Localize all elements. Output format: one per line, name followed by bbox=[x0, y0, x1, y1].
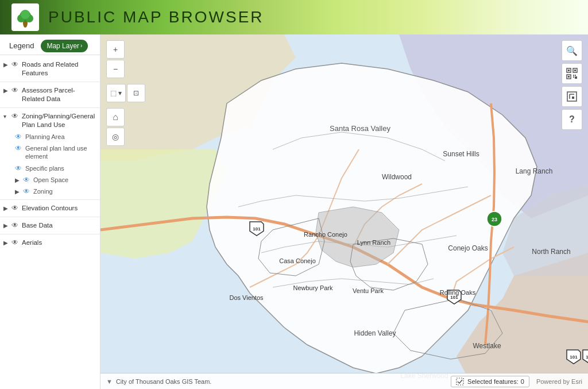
layer-item-planning-area[interactable]: 👁 Planning Area bbox=[11, 131, 100, 142]
layer-item-zoning[interactable]: ▶ 👁 Zoning bbox=[11, 186, 100, 197]
svg-text:23: 23 bbox=[492, 217, 497, 222]
layer-group-zoning-header[interactable]: ▾ 👁 Zoning/Planning/General Plan Land Us… bbox=[0, 110, 100, 131]
eye-icon[interactable]: 👁 bbox=[15, 144, 23, 152]
svg-text:101: 101 bbox=[570, 355, 578, 360]
eye-icon[interactable]: 👁 bbox=[11, 86, 20, 94]
svg-text:Rancho Conejo: Rancho Conejo bbox=[304, 231, 347, 238]
sidebar: Legend Map Layer › ▶ 👁 Roads and Related… bbox=[0, 34, 100, 389]
layer-group-roads: ▶ 👁 Roads and Related Features bbox=[0, 57, 100, 80]
expand-icon: ▶ bbox=[15, 177, 21, 183]
layer-base-data-label: Base Data bbox=[22, 221, 53, 230]
eye-icon[interactable]: 👁 bbox=[11, 112, 20, 120]
layer-open-space-label: Open Space bbox=[33, 176, 68, 184]
expand-icon: ▶ bbox=[3, 240, 9, 246]
layer-group-elevation-header[interactable]: ▶ 👁 Elevation Contours bbox=[0, 202, 100, 214]
draw-select-button[interactable]: ⬚ ▾ bbox=[106, 84, 126, 102]
eye-icon[interactable]: 👁 bbox=[11, 60, 20, 68]
layer-item-general-plan[interactable]: 👁 General plan land use element bbox=[11, 142, 100, 163]
svg-rect-52 bbox=[457, 378, 463, 385]
layer-group-base-data-header[interactable]: ▶ 👁 Base Data bbox=[0, 219, 100, 232]
layer-specific-plans-label: Specific plans bbox=[25, 164, 64, 172]
sidebar-tab-bar: Legend Map Layer › bbox=[0, 34, 100, 55]
map-attribution: City of Thousand Oaks GIS Team. bbox=[116, 378, 212, 385]
gps-button[interactable]: ◎ bbox=[106, 128, 125, 146]
app-header: PUBLIC MAP BROWSER bbox=[0, 0, 588, 34]
svg-text:Wildwood: Wildwood bbox=[382, 173, 412, 181]
layer-group-aerials: ▶ 👁 Aerials bbox=[0, 236, 100, 250]
tab-legend[interactable]: Legend bbox=[5, 39, 38, 52]
svg-rect-44 bbox=[568, 76, 570, 78]
svg-text:Hidden Valley: Hidden Valley bbox=[354, 329, 396, 337]
logo bbox=[11, 3, 39, 31]
zoom-out-button[interactable]: − bbox=[106, 60, 125, 78]
right-toolbar: 🔍 bbox=[562, 40, 582, 130]
zoom-to-selection-button[interactable]: ⊡ bbox=[127, 84, 145, 102]
svg-rect-40 bbox=[568, 70, 570, 71]
layer-planning-area-label: Planning Area bbox=[25, 133, 65, 141]
search-button[interactable]: 🔍 bbox=[562, 40, 582, 61]
layer-assessors-label: Assessors Parcel-Related Data bbox=[22, 86, 96, 103]
layer-group-elevation: ▶ 👁 Elevation Contours bbox=[0, 201, 100, 215]
layer-aerials-label: Aerials bbox=[22, 238, 42, 247]
eye-icon[interactable]: 👁 bbox=[11, 221, 20, 229]
zoom-in-button[interactable]: + bbox=[106, 40, 125, 59]
svg-rect-42 bbox=[574, 70, 576, 71]
svg-text:Newbury Park: Newbury Park bbox=[293, 284, 333, 291]
svg-text:North Ranch: North Ranch bbox=[532, 248, 570, 256]
svg-text:Lang Ranch: Lang Ranch bbox=[516, 167, 553, 175]
layer-item-specific-plans[interactable]: 👁 Specific plans bbox=[11, 163, 100, 174]
eye-icon[interactable]: 👁 bbox=[23, 187, 31, 195]
expand-icon: ▶ bbox=[3, 205, 9, 211]
main-container: Legend Map Layer › ▶ 👁 Roads and Related… bbox=[0, 34, 588, 389]
help-button[interactable]: ? bbox=[562, 109, 582, 130]
layer-group-aerials-header[interactable]: ▶ 👁 Aerials bbox=[0, 237, 100, 249]
tab-map-layer[interactable]: Map Layer › bbox=[41, 40, 88, 52]
map-svg: 101 23 101 101 101 Santa Rosa Valley Sun… bbox=[100, 34, 588, 389]
svg-text:Ventu Park: Ventu Park bbox=[353, 287, 384, 294]
layer-list: ▶ 👁 Roads and Related Features ▶ 👁 Asses… bbox=[0, 55, 100, 389]
svg-text:Rolling Oaks: Rolling Oaks bbox=[440, 289, 476, 296]
svg-text:Conejo Oaks: Conejo Oaks bbox=[448, 244, 488, 252]
chevron-right-icon: › bbox=[80, 43, 82, 49]
layer-group-assessors: ▶ 👁 Assessors Parcel-Related Data bbox=[0, 83, 100, 106]
layer-general-plan-label: General plan land use element bbox=[25, 144, 96, 161]
layer-group-assessors-header[interactable]: ▶ 👁 Assessors Parcel-Related Data bbox=[0, 84, 100, 105]
page-title: PUBLIC MAP BROWSER bbox=[48, 8, 264, 26]
expand-icon: ▶ bbox=[15, 188, 21, 195]
svg-text:Santa Rosa Valley: Santa Rosa Valley bbox=[330, 124, 390, 133]
svg-text:Casa Conejo: Casa Conejo bbox=[279, 257, 316, 264]
map-area[interactable]: 101 23 101 101 101 Santa Rosa Valley Sun… bbox=[100, 34, 588, 389]
svg-point-4 bbox=[21, 10, 30, 19]
svg-text:Dos Vientos: Dos Vientos bbox=[229, 294, 264, 301]
svg-text:101: 101 bbox=[253, 226, 261, 232]
map-toolbar: + − ⬚ ▾ ⊡ ⌂ ◎ bbox=[106, 40, 145, 146]
powered-by: Powered by Esri bbox=[536, 378, 582, 385]
map-bottom-bar: ▼ City of Thousand Oaks GIS Team. Select… bbox=[100, 373, 588, 389]
layer-group-base-data: ▶ 👁 Base Data bbox=[0, 218, 100, 233]
eye-icon[interactable]: 👁 bbox=[15, 133, 23, 141]
layer-item-open-space[interactable]: ▶ 👁 Open Space bbox=[11, 174, 100, 186]
selected-features-button[interactable]: Selected features: 0 bbox=[451, 376, 529, 387]
svg-text:Sunset Hills: Sunset Hills bbox=[443, 150, 479, 158]
home-button[interactable]: ⌂ bbox=[106, 108, 125, 126]
layer-group-zoning: ▾ 👁 Zoning/Planning/General Plan Land Us… bbox=[0, 109, 100, 199]
eye-icon[interactable]: 👁 bbox=[15, 164, 23, 172]
svg-rect-46 bbox=[575, 75, 576, 76]
eye-icon[interactable]: 👁 bbox=[23, 176, 31, 184]
expand-icon: ▶ bbox=[3, 222, 9, 229]
eye-icon[interactable]: 👁 bbox=[11, 204, 20, 212]
svg-rect-47 bbox=[573, 76, 574, 78]
zoning-children: 👁 Planning Area 👁 General plan land use … bbox=[0, 131, 100, 198]
layer-zoning-label: Zoning/Planning/General Plan Land Use bbox=[22, 112, 96, 129]
svg-rect-45 bbox=[573, 75, 574, 76]
svg-text:Westlake: Westlake bbox=[473, 342, 501, 350]
layer-group-roads-header[interactable]: ▶ 👁 Roads and Related Features bbox=[0, 59, 100, 79]
layer-elevation-label: Elevation Contours bbox=[22, 204, 78, 213]
expand-map-button[interactable] bbox=[562, 86, 582, 107]
qr-code-button[interactable] bbox=[562, 63, 582, 84]
layer-roads-label: Roads and Related Features bbox=[22, 60, 96, 78]
svg-text:101: 101 bbox=[586, 355, 588, 360]
eye-icon[interactable]: 👁 bbox=[11, 238, 20, 247]
svg-text:Lynn Ranch: Lynn Ranch bbox=[357, 239, 390, 246]
selected-features-label: Selected features: bbox=[467, 378, 519, 385]
